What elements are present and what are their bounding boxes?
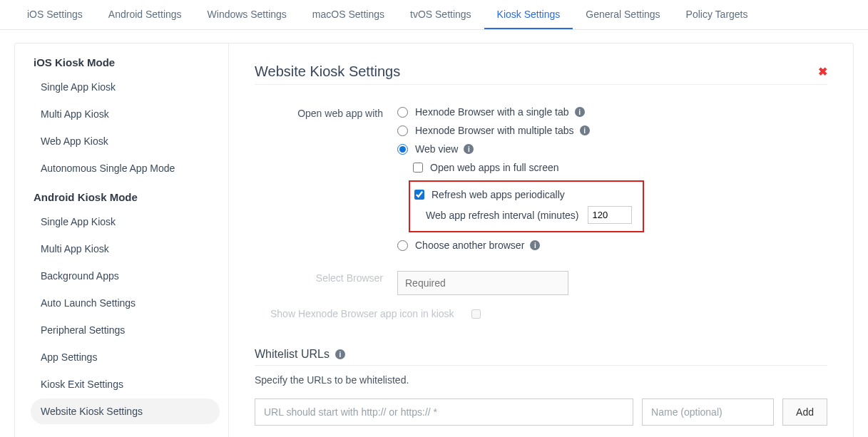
- whitelist-url-input[interactable]: [255, 399, 633, 426]
- tab-general-settings[interactable]: General Settings: [573, 0, 673, 29]
- radio-single-tab-input[interactable]: [397, 107, 408, 118]
- sidebar-item-ios-web-app[interactable]: Web App Kiosk: [31, 128, 220, 154]
- radio-single-tab[interactable]: Hexnode Browser with a single tab i: [397, 106, 827, 118]
- page-title: Website Kiosk Settings: [255, 63, 400, 80]
- main-panel: Website Kiosk Settings ✖ Open web app wi…: [229, 43, 853, 437]
- interval-label: Web app refresh interval (minutes): [426, 210, 579, 221]
- tab-tvos-settings[interactable]: tvOS Settings: [397, 0, 484, 29]
- whitelist-hint: Specify the URLs to be whitelisted.: [255, 374, 827, 386]
- whitelist-title: Whitelist URLs: [255, 348, 330, 361]
- interval-row: Web app refresh interval (minutes): [410, 206, 638, 224]
- highlight-refresh-box: Refresh web apps periodically Web app re…: [409, 180, 644, 232]
- info-icon[interactable]: i: [580, 125, 590, 135]
- tab-ios-settings[interactable]: iOS Settings: [14, 0, 96, 29]
- sidebar: iOS Kiosk Mode Single App Kiosk Multi Ap…: [15, 43, 229, 437]
- interval-input[interactable]: [588, 206, 632, 224]
- tab-policy-targets[interactable]: Policy Targets: [673, 0, 761, 29]
- sidebar-item-kiosk-exit[interactable]: Kiosk Exit Settings: [31, 371, 220, 397]
- select-browser-label: Select Browser: [255, 271, 397, 284]
- sidebar-item-peripheral[interactable]: Peripheral Settings: [31, 317, 220, 343]
- show-browser-icon-row: Show Hexnode Browser app icon in kiosk: [255, 308, 827, 319]
- radio-another-browser[interactable]: Choose another browser i: [397, 240, 827, 251]
- sidebar-item-ios-multi-app[interactable]: Multi App Kiosk: [31, 101, 220, 127]
- sidebar-item-ios-single-app[interactable]: Single App Kiosk: [31, 74, 220, 100]
- radio-multi-tab-label: Hexnode Browser with multiple tabs: [415, 125, 574, 136]
- checkbox-fullscreen[interactable]: Open web apps in full screen: [413, 162, 827, 173]
- radio-web-view-label: Web view: [415, 143, 458, 155]
- close-icon[interactable]: ✖: [818, 65, 827, 78]
- sidebar-item-android-single-app[interactable]: Single App Kiosk: [31, 209, 220, 235]
- sidebar-header-ios-kiosk: iOS Kiosk Mode: [31, 56, 220, 68]
- radio-web-view[interactable]: Web view i: [397, 143, 827, 155]
- radio-multi-tab-input[interactable]: [397, 125, 408, 136]
- checkbox-fullscreen-label: Open web apps in full screen: [430, 162, 559, 173]
- whitelist-name-input[interactable]: [642, 399, 774, 426]
- info-icon[interactable]: i: [464, 144, 474, 154]
- info-icon[interactable]: i: [530, 240, 540, 250]
- radio-multi-tab[interactable]: Hexnode Browser with multiple tabs i: [397, 125, 827, 136]
- info-icon[interactable]: i: [575, 107, 585, 117]
- show-browser-icon-checkbox[interactable]: [471, 309, 481, 319]
- radio-web-view-input[interactable]: [397, 144, 408, 155]
- tab-android-settings[interactable]: Android Settings: [96, 0, 195, 29]
- sidebar-item-android-multi-app[interactable]: Multi App Kiosk: [31, 236, 220, 262]
- checkbox-refresh-input[interactable]: [414, 190, 424, 200]
- whitelist-input-row: Add: [255, 399, 827, 426]
- sidebar-item-ios-autonomous[interactable]: Autonomous Single App Mode: [31, 155, 220, 181]
- select-browser-row: Select Browser: [255, 271, 827, 295]
- checkbox-refresh[interactable]: Refresh web apps periodically: [410, 189, 638, 200]
- radio-another-browser-input[interactable]: [397, 240, 408, 251]
- sidebar-item-website-kiosk[interactable]: Website Kiosk Settings: [31, 399, 220, 424]
- show-browser-icon-label: Show Hexnode Browser app icon in kiosk: [270, 308, 454, 319]
- select-browser-input[interactable]: [397, 271, 568, 295]
- checkbox-fullscreen-input[interactable]: [413, 163, 423, 173]
- checkbox-refresh-label: Refresh web apps periodically: [432, 189, 565, 200]
- add-button[interactable]: Add: [782, 399, 827, 426]
- radio-single-tab-label: Hexnode Browser with a single tab: [415, 106, 569, 118]
- sidebar-item-background-apps[interactable]: Background Apps: [31, 263, 220, 289]
- radio-another-browser-label: Choose another browser: [415, 240, 524, 251]
- sidebar-item-auto-launch[interactable]: Auto Launch Settings: [31, 290, 220, 316]
- tab-macos-settings[interactable]: macOS Settings: [300, 0, 397, 29]
- sidebar-header-android-kiosk: Android Kiosk Mode: [31, 191, 220, 203]
- open-web-app-label: Open web app with: [255, 106, 397, 119]
- content-panel: iOS Kiosk Mode Single App Kiosk Multi Ap…: [14, 43, 854, 437]
- sidebar-item-app-settings[interactable]: App Settings: [31, 344, 220, 370]
- tab-kiosk-settings[interactable]: Kiosk Settings: [484, 0, 573, 29]
- open-web-app-row: Open web app with Hexnode Browser with a…: [255, 106, 827, 258]
- info-icon[interactable]: i: [335, 349, 345, 359]
- whitelist-header: Whitelist URLs i: [255, 348, 827, 366]
- main-title-row: Website Kiosk Settings ✖: [255, 63, 827, 85]
- tab-windows-settings[interactable]: Windows Settings: [195, 0, 300, 29]
- top-tabs: iOS Settings Android Settings Windows Se…: [0, 0, 868, 30]
